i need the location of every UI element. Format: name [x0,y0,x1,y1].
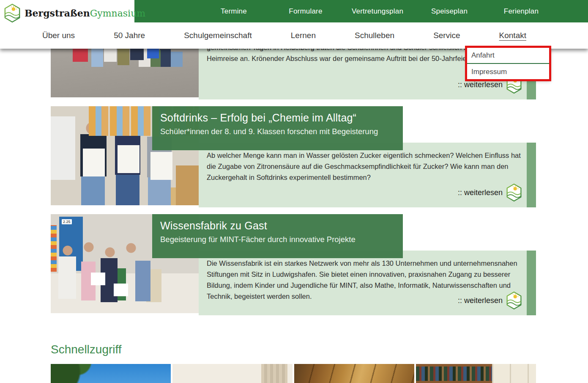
article-accent-bar [527,251,536,315]
quick-access-heading: Schnellzugriff [51,343,122,356]
top-nav-speiseplan[interactable]: Speiseplan [431,7,468,15]
read-more-label: :: weiterlesen [458,296,503,305]
quick-access-image-tower[interactable] [172,364,293,383]
main-nav-service[interactable]: Service [433,31,460,40]
read-more-label: :: weiterlesen [458,188,503,197]
page: gemeinsamen Tagen in Heidelberg traten d… [0,0,588,383]
school-logo-icon [3,3,21,23]
article-body: Ab welcher Menge kann man in Wasser gelö… [207,150,523,183]
main-nav-schulleben[interactable]: Schulleben [355,31,394,40]
main-nav-ueber-uns[interactable]: Über uns [42,31,75,40]
top-nav-termine[interactable]: Termine [221,7,247,15]
quick-access-image-library[interactable] [416,364,536,383]
article-card-wissensfabrik: 2.25 Wissensfabrik zu Gast Begeisterung … [51,214,536,315]
article-accent-bar [527,143,536,207]
article-title-block[interactable]: Wissensfabrik zu Gast Begeisterung für M… [152,214,403,258]
dropdown-item-impressum[interactable]: Impressum [466,64,550,80]
main-nav-kontakt[interactable]: Kontakt [499,31,526,40]
article-subtitle: Begeisterung für MINT-Fächer durch innov… [160,235,403,244]
article-title: Wissensfabrik zu Gast [160,220,403,232]
dropdown-item-anfahrt[interactable]: Anfahrt [466,47,550,64]
main-nav-bar: Über uns 50 Jahre Schulgemeinschaft Lern… [0,22,588,49]
read-more-link[interactable]: :: weiterlesen [458,183,522,202]
main-nav-50-jahre[interactable]: 50 Jahre [114,31,145,40]
logo-text-green: Gymnasium [90,8,146,19]
article-card-softdrinks: Softdrinks – Erfolg bei „Chemie im Allta… [51,106,536,207]
read-more-label: :: weiterlesen [458,80,503,89]
logo-text-black: Bergstraßen [25,8,90,19]
site-header: Termine Formulare Vertretungsplan Speise… [0,0,588,49]
main-nav-lernen[interactable]: Lernen [291,31,316,40]
top-nav-bar: Termine Formulare Vertretungsplan Speise… [134,0,588,22]
quick-access-image-schoolyard[interactable] [51,364,171,383]
school-logo-icon [506,183,522,202]
top-nav-formulare[interactable]: Formulare [289,7,322,15]
article-title: Softdrinks – Erfolg bei „Chemie im Allta… [160,112,403,124]
quick-access-row [51,364,536,383]
top-nav-vertretungsplan[interactable]: Vertretungsplan [352,7,403,15]
article-title-block[interactable]: Softdrinks – Erfolg bei „Chemie im Allta… [152,106,403,150]
school-logo-text: BergstraßenGymnasium [25,8,145,19]
school-logo-icon [506,291,522,310]
read-more-link[interactable]: :: weiterlesen [458,291,522,310]
school-logo[interactable]: BergstraßenGymnasium [3,3,145,23]
quick-access-image-wood-interior[interactable] [294,364,414,383]
main-nav-schulgemeinschaft[interactable]: Schulgemeinschaft [184,31,252,40]
room-number-sign: 2.25 [62,219,72,224]
kontakt-dropdown-menu: Anfahrt Impressum [466,47,550,80]
article-subtitle: Schüler*innen der 8. und 9. Klassen fors… [160,127,403,136]
top-nav-ferienplan[interactable]: Ferienplan [504,7,539,15]
